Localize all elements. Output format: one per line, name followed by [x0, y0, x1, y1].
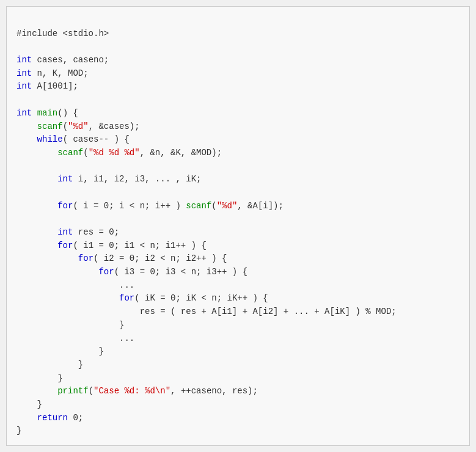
code-display: #include <stdio.h> int cases, caseno; in… — [6, 6, 470, 446]
line-1: #include <stdio.h> int cases, caseno; in… — [16, 29, 397, 436]
